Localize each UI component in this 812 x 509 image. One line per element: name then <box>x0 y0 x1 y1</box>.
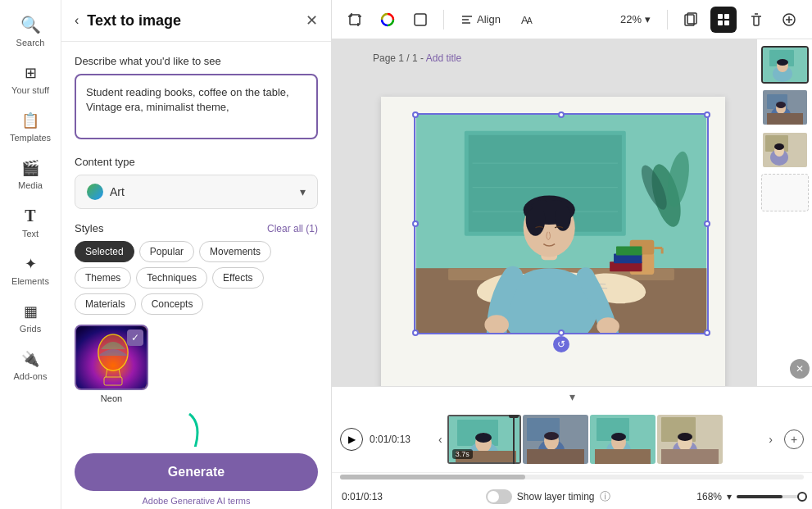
thumbnail-1[interactable] <box>761 46 809 84</box>
frame-4-image <box>657 415 723 464</box>
timeline-playhead <box>513 415 515 464</box>
thumbnail-panel-close[interactable]: ✕ <box>790 359 810 379</box>
panel-back-button[interactable]: ‹ <box>75 13 79 28</box>
style-tag-selected[interactable]: Selected <box>75 241 134 262</box>
sidebar-item-your-stuff[interactable]: ⊞ Your stuff <box>0 56 61 103</box>
sidebar-item-grids[interactable]: ▦ Grids <box>0 294 61 342</box>
rotate-handle[interactable]: ↺ <box>553 336 569 352</box>
zoom-controls: 168% ▾ <box>696 491 802 502</box>
ai-terms-link[interactable]: Adobe Generative AI terms <box>142 496 250 506</box>
frame-4[interactable] <box>657 415 723 464</box>
main-area: Align A A 22% ▾ <box>332 0 812 509</box>
sidebar-item-media[interactable]: 🎬 Media <box>0 151 61 198</box>
arrow-container <box>75 410 318 447</box>
thumbnail-3-image <box>763 133 807 167</box>
svg-rect-102 <box>661 449 719 464</box>
selection-handle-tl[interactable] <box>412 111 419 118</box>
sidebar-item-templates[interactable]: 📋 Templates <box>0 103 61 151</box>
layer-timing-toggle[interactable] <box>486 489 512 504</box>
selection-handle-bl[interactable] <box>412 329 419 336</box>
style-thumb-neon[interactable]: ✓ Neon <box>75 325 148 403</box>
chevron-down-icon: ▾ <box>300 185 306 198</box>
content-type-label: Content type <box>75 156 318 168</box>
timeline-frames: 3.7s <box>447 415 764 464</box>
sidebar-item-add-ons[interactable]: 🔌 Add-ons <box>0 342 61 389</box>
style-tag-concepts[interactable]: Concepts <box>141 293 204 315</box>
frame-1[interactable]: 3.7s <box>447 415 521 464</box>
selection-handle-tr[interactable] <box>704 111 710 118</box>
selection-handle-bc[interactable] <box>558 329 565 336</box>
bottom-controls: 0:01/0:13 Show layer timing ⓘ 168% ▾ <box>332 484 812 509</box>
zoom-slider-thumb <box>797 492 807 502</box>
selection-handle-ml[interactable] <box>412 220 419 227</box>
frame-3[interactable] <box>590 415 655 464</box>
thumbnail-empty <box>761 174 809 211</box>
frame-button[interactable] <box>407 7 433 33</box>
svg-point-78 <box>774 143 784 150</box>
describe-textarea[interactable]: Student reading books, coffee on the tab… <box>75 74 318 139</box>
play-button[interactable]: ▶ <box>340 428 363 451</box>
sidebar-item-elements[interactable]: ✦ Elements <box>0 247 61 294</box>
describe-label: Describe what you'd like to see <box>75 55 318 67</box>
style-thumbnails: ✓ Neon <box>75 325 318 403</box>
selection-handle-mr[interactable] <box>704 220 710 227</box>
color-wheel-button[interactable] <box>374 7 401 33</box>
pages-icon <box>683 12 698 27</box>
sidebar-item-text[interactable]: T Text <box>0 198 61 247</box>
page-label: Page 1 / 1 - Add title <box>373 52 461 64</box>
panel-close-button[interactable]: ✕ <box>306 11 318 30</box>
frame-2-image <box>523 415 588 464</box>
language-button[interactable]: A A <box>514 7 540 33</box>
grids-icon: ▦ <box>24 302 38 320</box>
language-icon: A A <box>519 12 534 27</box>
color-wheel-icon <box>380 12 395 27</box>
thumbnail-3[interactable] <box>761 131 809 169</box>
content-type-select[interactable]: Art ▾ <box>75 175 318 209</box>
selection-handle-br[interactable] <box>704 329 710 336</box>
timeline-scroll-left[interactable]: ‹ <box>437 431 444 448</box>
grid-view-button[interactable] <box>710 7 737 33</box>
timeline-add-button[interactable]: + <box>784 429 804 449</box>
text-icon: T <box>25 207 35 225</box>
svg-rect-23 <box>718 20 723 25</box>
svg-point-83 <box>475 433 492 443</box>
add-title-link[interactable]: Add title <box>426 52 461 64</box>
canvas-wrapper: Page 1 / 1 - Add title <box>332 39 812 386</box>
image-selection[interactable]: ↺ <box>414 113 709 334</box>
sidebar-item-label: Elements <box>11 276 49 286</box>
style-tag-effects[interactable]: Effects <box>212 267 263 289</box>
delete-icon <box>749 12 764 27</box>
generate-button[interactable]: Generate <box>75 453 318 491</box>
toolbar-separator-1 <box>443 10 444 30</box>
zoom-control[interactable]: 22% ▾ <box>614 10 657 29</box>
image-inner <box>415 115 707 333</box>
sidebar-item-search[interactable]: 🔍 Search <box>0 7 61 56</box>
timeline-toggle[interactable]: ▾ <box>332 387 812 407</box>
svg-rect-21 <box>718 14 723 19</box>
zoom-chevron-icon[interactable]: ▾ <box>727 491 732 502</box>
thumbnail-2[interactable] <box>761 89 809 126</box>
timeline-scroll-right[interactable]: › <box>767 431 774 448</box>
delete-button[interactable] <box>743 7 769 33</box>
crop-tool-button[interactable] <box>342 7 368 33</box>
svg-rect-46 <box>616 247 642 256</box>
selection-handle-tc[interactable] <box>558 111 565 118</box>
canvas-page: ↺ <box>381 97 725 386</box>
style-tag-themes[interactable]: Themes <box>75 267 131 289</box>
add-button[interactable] <box>776 7 802 33</box>
timeline-scrollbar[interactable] <box>340 475 804 479</box>
timeline-zoom-value[interactable]: 168% <box>696 491 722 502</box>
timeline-scrollbar-thumb <box>340 475 525 479</box>
frame-2[interactable] <box>523 415 588 464</box>
style-tag-materials[interactable]: Materials <box>75 293 136 315</box>
clear-all-button[interactable]: Clear all (1) <box>267 223 318 234</box>
align-button[interactable]: Align <box>454 10 507 30</box>
style-tag-movements[interactable]: Movements <box>199 241 271 262</box>
timeline-zoom-slider[interactable] <box>737 495 802 498</box>
sidebar-item-label: Add-ons <box>14 371 48 381</box>
style-tag-popular[interactable]: Popular <box>139 241 194 262</box>
pages-button[interactable] <box>678 7 704 33</box>
style-tag-techniques[interactable]: Techniques <box>136 267 207 289</box>
arrow-svg <box>157 410 222 447</box>
info-icon[interactable]: ⓘ <box>600 489 610 504</box>
